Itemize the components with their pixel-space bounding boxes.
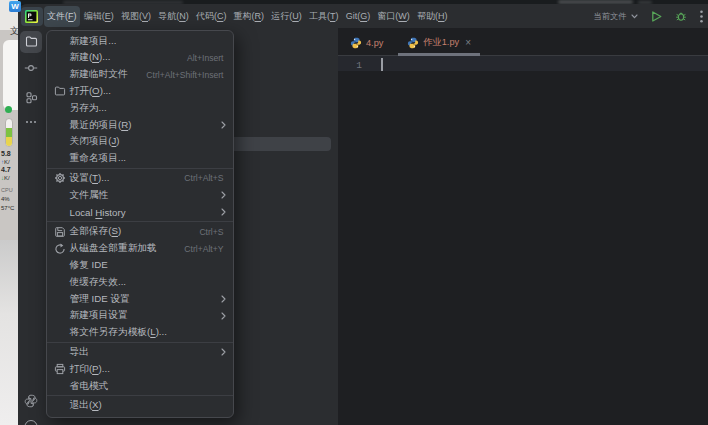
download-value: 4.7 (1, 166, 11, 173)
menu-item-label: 新建项目设置 (70, 309, 128, 322)
menu-item-label: 文件属性 (70, 189, 109, 202)
more-toolwindows-toolwindow-button[interactable] (20, 111, 42, 133)
commit-toolwindow-button[interactable] (20, 57, 42, 79)
menu-item[interactable]: 另存为... (47, 100, 233, 117)
menu-item[interactable]: 导出 (47, 344, 233, 361)
background-card (3, 40, 18, 110)
pycharm-logo[interactable] (21, 7, 43, 26)
pycharm-logo-icon (25, 10, 38, 23)
upload-unit: K/ (4, 159, 10, 165)
menu-item[interactable]: 关闭项目(J) (47, 133, 233, 150)
background-window-sliver: 文 5.8 ↑K/ 4.7 ↓K/ CPU 4% 57°C (0, 0, 18, 425)
editor-tab[interactable]: 作业1.py× (398, 28, 480, 55)
submenu-arrow-icon (221, 208, 233, 216)
menu-item[interactable]: 新建(N)...Alt+Insert (47, 49, 233, 66)
reload-icon (54, 243, 70, 255)
menubar-item[interactable]: 重构(R) (230, 6, 268, 27)
menubar-item[interactable]: 文件(F) (44, 6, 81, 27)
commit-icon (24, 61, 38, 75)
file-menu-popup: 新建项目...新建(N)...Alt+Insert新建临时文件Ctrl+Alt+… (46, 30, 234, 418)
menu-item-shortcut: Ctrl+Alt+Shift+Insert (146, 70, 232, 80)
menu-item[interactable]: 重命名项目... (47, 150, 233, 167)
menu-item[interactable]: 打印(P)... (47, 361, 233, 378)
run-config-selector[interactable]: 当前文件 (594, 11, 638, 22)
menu-item[interactable]: 最近的项目(R) (47, 117, 233, 134)
menubar-item[interactable]: 运行(U) (268, 6, 306, 27)
python-console-icon (24, 419, 38, 425)
menu-item[interactable]: Local History (47, 204, 233, 221)
menu-item[interactable]: 新建临时文件Ctrl+Alt+Shift+Insert (47, 66, 233, 83)
menu-item[interactable]: 文件属性 (47, 187, 233, 204)
python-packages-toolwindow-button[interactable] (20, 390, 42, 412)
submenu-arrow-icon (221, 348, 233, 356)
menu-item-label: 打开(O)... (70, 85, 111, 98)
menu-item[interactable]: 管理 IDE 设置 (47, 291, 233, 308)
project-folder-toolwindow-button[interactable] (20, 31, 42, 53)
menu-item-label: 全部保存(S) (70, 225, 122, 238)
caret-line-highlight (338, 56, 708, 71)
menu-item-shortcut: Alt+Insert (187, 53, 233, 63)
run-button[interactable] (650, 10, 663, 23)
menu-item[interactable]: 退出(X) (47, 397, 233, 414)
editor-tab[interactable]: 4.py (341, 28, 392, 55)
more-actions-button[interactable] (700, 10, 703, 23)
titlebar-right: 当前文件 (594, 4, 708, 28)
menu-item-label: Local History (70, 207, 126, 218)
menubar-item[interactable]: Git(G) (342, 6, 374, 27)
pycharm-window: 文件(F)编辑(E)视图(V)导航(N)代码(C)重构(R)运行(U)工具(T)… (18, 4, 708, 425)
menubar-item[interactable]: 导航(N) (155, 6, 193, 27)
menu-item[interactable]: 打开(O)... (47, 83, 233, 100)
menubar-item[interactable]: 视图(V) (117, 6, 154, 27)
python-file-icon (350, 37, 362, 49)
menu-item[interactable]: 从磁盘全部重新加载Ctrl+Alt+Y (47, 240, 233, 257)
python-console-toolwindow-button[interactable] (20, 413, 42, 425)
menubar-item[interactable]: 编辑(E) (80, 6, 117, 27)
menu-item[interactable]: 设置(T)...Ctrl+Alt+S (47, 170, 233, 187)
usage-gauge (5, 118, 13, 147)
structure-toolwindow-button[interactable] (20, 87, 42, 109)
menu-item-label: 管理 IDE 设置 (70, 293, 130, 306)
menu-item-label: 导出 (70, 346, 89, 359)
menubar-item[interactable]: 代码(C) (192, 6, 230, 27)
menu-item-label: 另存为... (70, 102, 107, 115)
cpu-usage: 4% (1, 196, 10, 202)
menu-item[interactable]: 将文件另存为模板(L)... (47, 324, 233, 341)
background-window-body (0, 240, 18, 425)
word-app-icon: W (9, 1, 21, 12)
menu-item[interactable]: 新建项目... (47, 33, 233, 50)
menu-item-shortcut: Ctrl+Alt+Y (184, 244, 232, 254)
gauge-segment-yellow (6, 137, 12, 146)
menu-item-label: 修复 IDE (70, 259, 108, 272)
status-dot (5, 106, 12, 113)
python-packages-icon (24, 394, 38, 408)
menu-item-label: 打印(P)... (70, 363, 110, 376)
gauge-segment-green (6, 128, 12, 137)
menu-item[interactable]: 使缓存失效... (47, 274, 233, 291)
menu-item[interactable]: 省电模式 (47, 378, 233, 395)
python-file-icon (407, 37, 419, 49)
upload-value: 5.8 (1, 150, 11, 157)
menubar-item[interactable]: 工具(T) (305, 6, 342, 27)
download-unit: K/ (4, 175, 10, 181)
menu-item-label: 最近的项目(R) (70, 119, 132, 132)
menubar-item[interactable]: 帮助(H) (413, 6, 451, 27)
gear-icon (54, 172, 70, 184)
tab-close-icon[interactable]: × (465, 38, 471, 48)
menu-item-label: 新建项目... (70, 35, 117, 48)
tab-label: 4.py (366, 38, 383, 48)
editor-body[interactable]: 1 (338, 56, 708, 425)
menu-item-label: 设置(T)... (70, 172, 110, 185)
menu-item-label: 新建(N)... (70, 51, 111, 64)
menu-item[interactable]: 新建项目设置 (47, 307, 233, 324)
menu-item-shortcut: Ctrl+Alt+S (184, 173, 232, 183)
save-icon (54, 226, 70, 238)
menu-item-label: 省电模式 (70, 380, 109, 393)
menubar-item[interactable]: 窗口(W) (374, 6, 414, 27)
submenu-arrow-icon (221, 191, 233, 199)
menu-item[interactable]: 修复 IDE (47, 257, 233, 274)
cpu-label: CPU (1, 187, 13, 193)
menu-item[interactable]: 全部保存(S)Ctrl+S (47, 223, 233, 240)
network-monitor: 5.8 ↑K/ 4.7 ↓K/ (1, 150, 18, 182)
debug-button[interactable] (675, 10, 687, 22)
menu-item-label: 退出(X) (70, 399, 102, 412)
